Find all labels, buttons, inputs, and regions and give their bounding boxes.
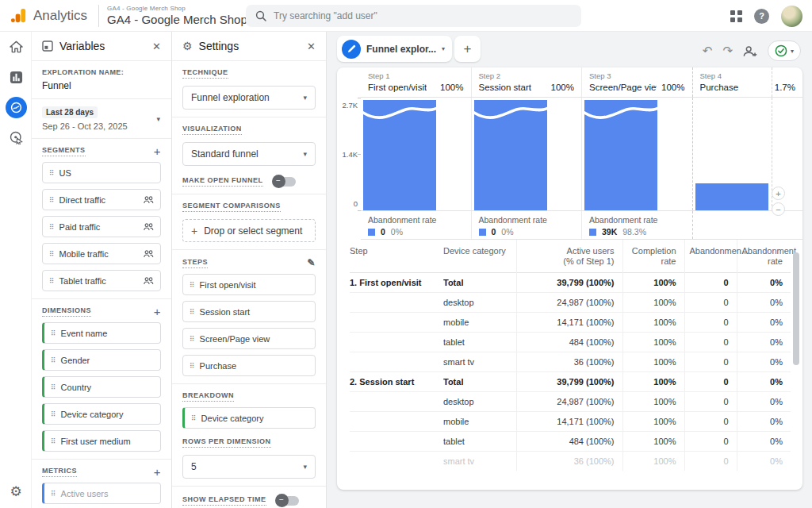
reports-icon[interactable] bbox=[0, 62, 32, 92]
home-icon[interactable] bbox=[0, 32, 32, 62]
show-elapsed-time-toggle[interactable]: − bbox=[276, 496, 299, 506]
metrics-label: METRICS bbox=[42, 467, 77, 477]
table-row[interactable]: smart tv36 (100%)100%00% bbox=[350, 452, 791, 471]
status-ok-button[interactable]: ▾ bbox=[768, 40, 801, 61]
drag-handle-icon[interactable]: ⠿ bbox=[49, 250, 54, 258]
drag-handle-icon[interactable]: ⠿ bbox=[190, 335, 194, 343]
property-selector[interactable]: GA4 - Google Merch Shop GA4 - Google Mer… bbox=[107, 5, 247, 26]
table-cell: 100% bbox=[622, 313, 684, 333]
search-input[interactable]: Try searching "add user" bbox=[246, 5, 581, 27]
drag-handle-icon[interactable]: ⠿ bbox=[51, 329, 56, 337]
zoom-out-button[interactable]: − bbox=[772, 202, 785, 216]
edit-steps-pencil-icon[interactable]: ✎ bbox=[307, 257, 316, 268]
drag-handle-icon[interactable]: ⠿ bbox=[51, 410, 56, 418]
table-cell: 39,799 (100%) bbox=[516, 273, 622, 293]
date-range-selector[interactable]: Last 28 days Sep 26 - Oct 23, 2025 ▾ bbox=[32, 99, 171, 139]
table-cell: Total bbox=[443, 273, 516, 293]
exploration-name-section[interactable]: EXPLORATION NAME: Funnel bbox=[32, 61, 171, 99]
drag-handle-icon[interactable]: ⠿ bbox=[190, 281, 194, 289]
segment-chip[interactable]: ⠿US bbox=[42, 162, 161, 183]
tab-funnel-exploration[interactable]: Funnel explor... ▾ bbox=[337, 36, 452, 62]
step-chip[interactable]: ⠿Purchase bbox=[182, 355, 316, 376]
admin-gear-icon[interactable]: ⚙ bbox=[0, 483, 32, 500]
funnel-bar[interactable] bbox=[474, 100, 547, 210]
segment-chip[interactable]: ⠿Paid traffic bbox=[42, 216, 161, 237]
drag-handle-icon[interactable]: ⠿ bbox=[191, 414, 196, 422]
share-user-icon[interactable] bbox=[743, 45, 757, 57]
advertising-icon[interactable] bbox=[0, 122, 32, 152]
add-tab-button[interactable]: + bbox=[454, 36, 481, 62]
step-chip[interactable]: ⠿Screen/Page view bbox=[182, 328, 316, 349]
table-cell: 484 (100%) bbox=[516, 432, 622, 452]
settings-close-icon[interactable]: ✕ bbox=[307, 40, 316, 52]
visualization-dropdown[interactable]: Standard funnel▾ bbox=[182, 142, 316, 166]
undo-icon[interactable]: ↶ bbox=[703, 44, 713, 58]
table-row[interactable]: tablet484 (100%)100%00% bbox=[350, 333, 791, 352]
drag-handle-icon[interactable]: ⠿ bbox=[49, 169, 54, 177]
dimension-chip[interactable]: ⠿Device category bbox=[42, 403, 161, 425]
table-row[interactable]: desktop24,987 (100%)100%00% bbox=[350, 293, 791, 313]
table-row[interactable]: mobile14,171 (100%)100%00% bbox=[350, 412, 791, 432]
funnel-bar[interactable] bbox=[363, 100, 436, 210]
drag-handle-icon[interactable]: ⠿ bbox=[49, 277, 54, 285]
dimension-chip[interactable]: ⠿Country bbox=[42, 376, 161, 398]
drag-handle-icon[interactable]: ⠿ bbox=[51, 356, 56, 364]
table-cell: 100% bbox=[622, 293, 684, 313]
table-row[interactable]: desktop24,987 (100%)100%00% bbox=[350, 392, 791, 412]
table-column-header[interactable]: Device category bbox=[443, 240, 516, 273]
step-name: First open/visit bbox=[368, 83, 427, 92]
segment-chip[interactable]: ⠿Mobile traffic bbox=[42, 243, 161, 264]
dimension-chip[interactable]: ⠿Gender bbox=[42, 349, 161, 371]
table-row[interactable]: 2. Session startTotal39,799 (100%)100%00… bbox=[350, 372, 791, 392]
table-column-header[interactable]: Active users(% of Step 1) bbox=[516, 240, 622, 273]
table-cell: 14,171 (100%) bbox=[516, 412, 622, 432]
segment-chip[interactable]: ⠿Tablet traffic bbox=[42, 270, 161, 291]
funnel-bar[interactable] bbox=[695, 183, 768, 210]
drag-handle-icon[interactable]: ⠿ bbox=[49, 223, 54, 231]
people-icon bbox=[144, 250, 154, 258]
dimension-chip[interactable]: ⠿Event name bbox=[42, 322, 161, 344]
step-chip[interactable]: ⠿First open/visit bbox=[182, 274, 316, 295]
funnel-bar[interactable] bbox=[584, 100, 657, 210]
table-row[interactable]: tablet484 (100%)100%00% bbox=[350, 432, 791, 452]
add-segment-button[interactable]: + bbox=[154, 148, 161, 156]
help-icon[interactable]: ? bbox=[754, 9, 769, 24]
chevron-down-icon[interactable]: ▾ bbox=[442, 45, 445, 52]
table-scrollbar[interactable] bbox=[793, 252, 799, 365]
table-row[interactable]: smart tv36 (100%)100%00% bbox=[350, 352, 791, 372]
drag-handle-icon[interactable]: ⠿ bbox=[51, 490, 56, 498]
people-icon bbox=[144, 277, 154, 285]
add-dimension-button[interactable]: + bbox=[154, 308, 161, 316]
table-column-header[interactable]: Abandonmentrate bbox=[737, 240, 791, 273]
step-chip[interactable]: ⠿Session start bbox=[182, 301, 316, 322]
drag-handle-icon[interactable]: ⠿ bbox=[51, 437, 56, 445]
legend-square-icon bbox=[589, 229, 596, 236]
zoom-in-button[interactable]: + bbox=[772, 187, 785, 200]
drag-handle-icon[interactable]: ⠿ bbox=[190, 308, 194, 316]
drag-handle-icon[interactable]: ⠿ bbox=[51, 383, 56, 391]
table-column-header[interactable]: Step bbox=[350, 240, 443, 273]
table-row[interactable]: mobile14,171 (100%)100%00% bbox=[350, 313, 791, 333]
segment-chip[interactable]: ⠿Direct traffic bbox=[42, 189, 161, 210]
rows-per-dimension-dropdown[interactable]: 5▾ bbox=[182, 455, 316, 479]
segment-drop-zone[interactable]: +Drop or select segment bbox=[182, 219, 316, 242]
table-column-header[interactable]: Completionrate bbox=[622, 240, 684, 273]
add-metric-button[interactable]: + bbox=[154, 468, 161, 476]
avatar[interactable] bbox=[781, 6, 802, 27]
table-row[interactable]: 1. First open/visitTotal39,799 (100%)100… bbox=[350, 273, 791, 293]
explore-icon[interactable] bbox=[0, 92, 32, 122]
apps-grid-icon[interactable] bbox=[730, 10, 742, 22]
technique-dropdown[interactable]: Funnel exploration▾ bbox=[182, 86, 316, 110]
chevron-down-icon: ▾ bbox=[303, 150, 307, 158]
variables-close-icon[interactable]: ✕ bbox=[152, 40, 161, 52]
metric-chip[interactable]: ⠿Active users bbox=[42, 483, 161, 504]
drag-handle-icon[interactable]: ⠿ bbox=[190, 362, 194, 370]
table-cell: desktop bbox=[443, 293, 516, 313]
breakdown-chip[interactable]: ⠿Device category bbox=[182, 407, 316, 429]
drag-handle-icon[interactable]: ⠿ bbox=[49, 196, 54, 204]
table-column-header[interactable]: Abandonmen... bbox=[684, 240, 737, 273]
make-open-funnel-toggle[interactable]: − bbox=[273, 177, 296, 187]
exploration-name-value[interactable]: Funnel bbox=[42, 80, 161, 91]
redo-icon[interactable]: ↷ bbox=[722, 44, 733, 58]
dimension-chip[interactable]: ⠿First user medium bbox=[42, 430, 161, 452]
